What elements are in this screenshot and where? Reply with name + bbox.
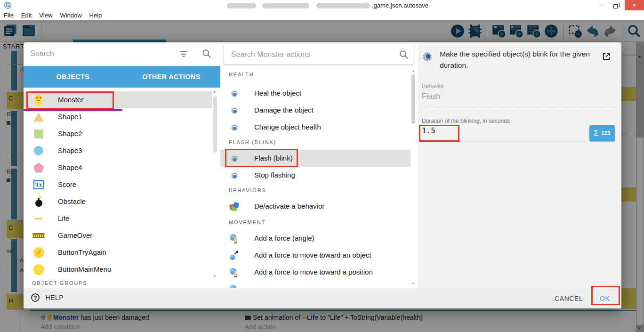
retry-button-icon: ↺ [32, 246, 45, 259]
title-bar: Ⓖ ,game.json.autosave – ✕ [0, 0, 644, 10]
scroll-up-icon[interactable]: ▲ [213, 89, 217, 94]
duration-input[interactable] [422, 126, 474, 135]
section-header-health: HEALTH [229, 72, 254, 77]
menu-view[interactable]: View [35, 10, 56, 19]
tab-objects[interactable]: OBJECTS [24, 66, 122, 88]
square-icon [32, 127, 45, 140]
filter-icon[interactable] [179, 50, 188, 58]
action-gear-icon: ⚙ [422, 50, 433, 64]
gear-icon: ⚙ [229, 88, 240, 99]
pentagon-icon [32, 161, 45, 174]
home-button-icon: ⌂ [32, 263, 45, 276]
menu-file[interactable]: File [0, 10, 17, 19]
menu-help[interactable]: Help [86, 10, 106, 19]
behavior-field-label: Behavior [422, 83, 444, 89]
action-search-box [223, 44, 414, 65]
close-button[interactable]: ✕ [625, 0, 644, 10]
list-item-buttontryagain[interactable]: ↺ ButtonTryAgain [24, 244, 212, 261]
scroll-up-icon[interactable]: ▲ [411, 69, 415, 73]
cancel-button[interactable]: CANCEL [555, 295, 583, 302]
circle-icon [32, 144, 45, 157]
search-icon[interactable] [201, 49, 212, 59]
bomb-icon [32, 195, 45, 208]
right-panel-background [418, 42, 621, 288]
minimize-button[interactable]: – [594, 0, 608, 10]
gear-icon: ⚙ [229, 105, 240, 116]
help-button[interactable]: ? HELP [31, 293, 64, 302]
object-groups-header: OBJECT GROUPS [32, 280, 87, 286]
action-deactivate-behavior[interactable]: De/activate a behavior [220, 198, 411, 215]
list-item-life[interactable]: ♥♥♥ Life [24, 210, 212, 227]
list-item-shape1[interactable]: Shape1 [24, 108, 212, 125]
list-item-obstacle[interactable]: Obstacle [24, 193, 212, 210]
force-icon [229, 233, 240, 244]
duration-field-underline [422, 141, 587, 141]
triangle-icon [32, 110, 45, 123]
dialog-footer: ? HELP CANCEL OK [24, 288, 621, 308]
list-item-shape4[interactable]: Shape4 [24, 159, 212, 176]
object-search-input[interactable] [30, 46, 167, 61]
list-item-shape2[interactable]: Shape2 [24, 125, 212, 142]
scroll-down-icon[interactable]: ▼ [411, 282, 415, 286]
restore-button[interactable] [608, 0, 622, 10]
app-window: Ⓖ ,game.json.autosave – ✕ File Edit View… [0, 0, 644, 332]
behavior-field-underline [422, 107, 618, 107]
list-item-shape3[interactable]: Shape3 [24, 142, 212, 159]
list-item-monster[interactable]: Monster [24, 91, 212, 108]
menu-edit[interactable]: Edit [17, 10, 35, 19]
behavior-field-value: Flash [422, 92, 440, 101]
scroll-down-icon[interactable]: ▼ [213, 274, 217, 278]
force-toward-object-icon [229, 250, 240, 261]
tab-bar: OBJECTS OTHER ACTIONS [24, 66, 220, 88]
action-search-input[interactable] [231, 49, 386, 60]
restore-icon [613, 4, 618, 8]
action-stop-flashing[interactable]: ⚙ Stop flashing [220, 167, 411, 184]
text-object-icon: Tx [32, 178, 45, 191]
behavior-icon [229, 201, 240, 212]
menu-bar: File Edit View Window Help [0, 10, 644, 20]
blurred-title-segment [227, 3, 256, 8]
action-damage-the-object[interactable]: ⚙ Damage the object [220, 102, 411, 119]
sigma-icon: Σ [594, 129, 599, 138]
action-flash-blink[interactable]: ⚙ Flash (blink) [220, 150, 411, 167]
action-list-scrollbar-thumb[interactable] [411, 74, 415, 124]
action-change-object-health[interactable]: ⚙ Change object health [220, 119, 411, 136]
action-editor-dialog: OBJECTS OTHER ACTIONS Monster Shape1 Sha… [24, 42, 621, 308]
action-add-force-angle[interactable]: Add a force (angle) [220, 230, 411, 247]
ok-button[interactable]: OK [600, 295, 610, 302]
blurred-title-segment [316, 3, 370, 8]
list-item-buttonmainmenu[interactable]: ⌂ ButtonMainMenu [24, 261, 212, 278]
gdevelop-logo-icon: Ⓖ [4, 1, 11, 10]
search-icon[interactable] [399, 49, 409, 60]
duration-field-label: Duration of the blinking, in seconds [422, 118, 510, 124]
list-item-gameover[interactable]: GameOver [24, 227, 212, 244]
action-add-force-toward-object[interactable]: Add a force to move toward an object [220, 247, 411, 264]
hearts-icon: ♥♥♥ [32, 212, 45, 225]
gear-icon: ⚙ [229, 122, 240, 133]
gameover-text-icon [32, 229, 45, 242]
gear-icon: ⚙ [229, 153, 240, 164]
section-header-flash: FLASH (BLINK) [229, 139, 276, 145]
question-mark-icon: ? [31, 293, 40, 302]
force-icon [229, 267, 240, 278]
window-title: ,game.json.autosave [372, 2, 428, 9]
action-heal-the-object[interactable]: ⚙ Heal the object [220, 85, 411, 102]
monster-icon [32, 93, 45, 106]
section-header-behaviors: BEHAVIORS [229, 187, 266, 193]
blurred-title-segment [262, 3, 309, 8]
action-add-force-toward-position[interactable]: Add a force to move toward a position [220, 264, 411, 281]
open-help-external-icon[interactable] [602, 52, 611, 61]
section-header-movement: MOVEMENT [229, 219, 266, 225]
action-description: Make the specified object(s) blink for t… [440, 49, 604, 71]
expression-builder-button[interactable]: Σ 123 [589, 125, 615, 141]
tab-other-actions[interactable]: OTHER ACTIONS [122, 66, 220, 88]
object-list-scrollbar-thumb[interactable] [213, 96, 217, 153]
menu-window[interactable]: Window [56, 10, 85, 19]
gear-icon: ⚙ [229, 170, 240, 181]
list-item-score[interactable]: Tx Score [24, 176, 212, 193]
